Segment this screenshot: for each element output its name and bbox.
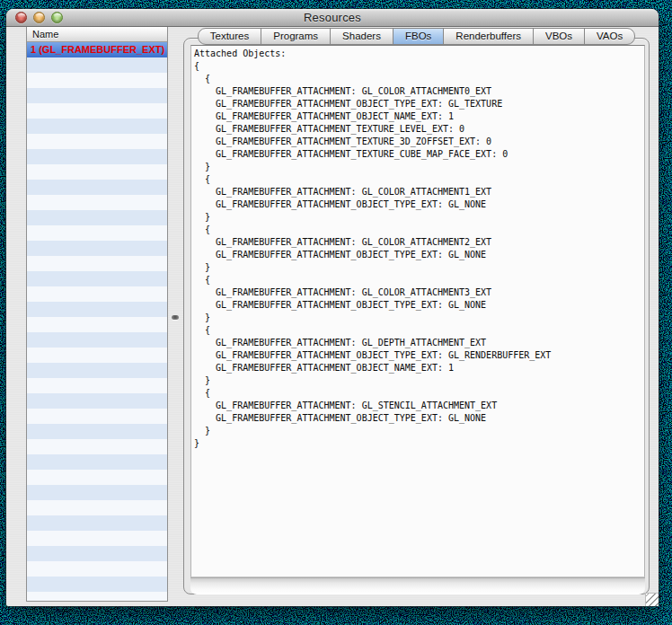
list-item[interactable] <box>27 256 167 271</box>
list-item[interactable] <box>27 317 167 332</box>
list-item[interactable] <box>27 134 167 149</box>
list-item[interactable] <box>27 348 167 363</box>
app-window: Resources Name 1 (GL_FRAMEBUFFER_EXT) Te… <box>6 9 659 606</box>
list-item[interactable] <box>27 225 167 241</box>
list-item[interactable] <box>27 592 167 601</box>
list-item[interactable] <box>27 332 167 348</box>
list-item[interactable] <box>27 577 167 592</box>
tab-renderbuffers[interactable]: Renderbuffers <box>443 28 534 45</box>
horizontal-scrollbar[interactable] <box>190 577 645 594</box>
list-item[interactable] <box>27 195 167 210</box>
list-item[interactable] <box>27 378 167 393</box>
tab-vbos[interactable]: VBOs <box>533 28 585 45</box>
splitter-handle-icon <box>172 315 179 320</box>
zoom-button[interactable] <box>51 12 63 23</box>
list-item[interactable] <box>27 180 167 195</box>
list-item[interactable] <box>27 149 167 164</box>
list-item[interactable] <box>27 409 167 424</box>
tab-shaders[interactable]: Shaders <box>330 28 393 45</box>
list-item[interactable] <box>27 302 167 317</box>
list-item-selected[interactable]: 1 (GL_FRAMEBUFFER_EXT) <box>27 42 167 57</box>
resource-rows: 1 (GL_FRAMEBUFFER_EXT) <box>27 42 167 601</box>
list-item[interactable] <box>27 515 167 531</box>
window-title: Resources <box>304 11 361 24</box>
list-item[interactable] <box>27 454 167 470</box>
list-item[interactable] <box>27 271 167 286</box>
tab-vaos[interactable]: VAOs <box>584 28 635 45</box>
traffic-lights <box>15 12 69 23</box>
attachment-dump: Attached Objects: { { GL_FRAMEBUFFER_ATT… <box>191 46 644 450</box>
list-item[interactable] <box>27 73 167 88</box>
list-item[interactable] <box>27 546 167 561</box>
list-item[interactable] <box>27 119 167 134</box>
list-item[interactable] <box>27 57 167 73</box>
list-item[interactable] <box>27 531 167 546</box>
list-item[interactable] <box>27 363 167 378</box>
list-item[interactable] <box>27 393 167 409</box>
list-item[interactable] <box>27 439 167 454</box>
tab-fbos[interactable]: FBOs <box>393 28 444 45</box>
list-item[interactable] <box>27 88 167 103</box>
tab-bar: TexturesProgramsShadersFBOsRenderbuffers… <box>183 28 650 45</box>
tab-textures[interactable]: Textures <box>198 28 261 45</box>
tab-programs[interactable]: Programs <box>261 28 331 45</box>
resource-list: Name 1 (GL_FRAMEBUFFER_EXT) <box>26 27 168 602</box>
list-item[interactable] <box>27 424 167 439</box>
minimize-button[interactable] <box>33 12 45 23</box>
attachment-details[interactable]: Attached Objects: { { GL_FRAMEBUFFER_ATT… <box>190 45 645 577</box>
list-item[interactable] <box>27 500 167 515</box>
resize-grip[interactable] <box>645 593 659 606</box>
name-column-header[interactable]: Name <box>27 27 167 42</box>
list-item[interactable] <box>27 164 167 180</box>
list-item[interactable] <box>27 470 167 485</box>
list-item[interactable] <box>27 210 167 225</box>
list-item[interactable] <box>27 241 167 256</box>
list-item[interactable] <box>27 485 167 500</box>
splitter[interactable] <box>168 27 183 602</box>
list-item[interactable] <box>27 103 167 119</box>
title-bar[interactable]: Resources <box>6 9 659 27</box>
list-item[interactable] <box>27 286 167 302</box>
list-item[interactable] <box>27 561 167 577</box>
close-button[interactable] <box>15 12 27 23</box>
